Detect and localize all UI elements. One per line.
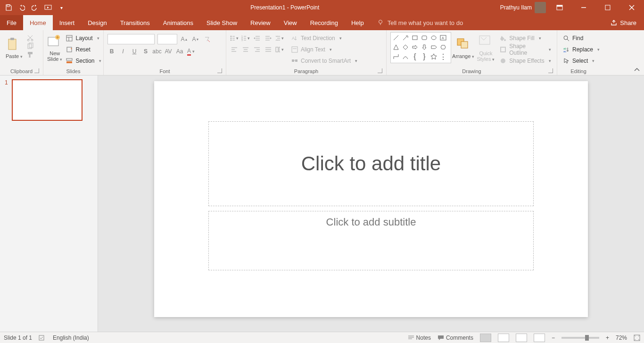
format-painter-icon[interactable]: [26, 51, 34, 59]
font-name-combo[interactable]: [107, 34, 155, 44]
reading-view-icon[interactable]: [516, 334, 527, 342]
text-shadow-icon[interactable]: abc: [153, 47, 161, 56]
thumbnail-preview[interactable]: [12, 79, 83, 121]
columns-icon[interactable]: [275, 45, 284, 54]
bullets-icon[interactable]: [230, 34, 239, 42]
decrease-indent-icon[interactable]: [253, 34, 261, 42]
font-color-icon[interactable]: A: [187, 47, 195, 56]
start-from-beginning-icon[interactable]: [44, 4, 52, 11]
tab-transitions[interactable]: Transitions: [114, 15, 157, 30]
line-spacing-icon[interactable]: [275, 34, 284, 42]
comments-button[interactable]: Comments: [438, 335, 473, 341]
slide[interactable]: Click to add title Click to add subtitle: [154, 81, 588, 317]
zoom-out-icon[interactable]: −: [552, 335, 555, 341]
clear-formatting-icon[interactable]: [203, 35, 211, 43]
paste-button[interactable]: Paste: [4, 32, 25, 64]
shape-connector-elbow-icon[interactable]: [392, 52, 400, 61]
slide-sorter-view-icon[interactable]: [498, 334, 509, 342]
shape-pentagon-icon[interactable]: [429, 43, 438, 51]
shape-fill-button[interactable]: Shape Fill: [498, 33, 553, 43]
align-right-icon[interactable]: [253, 45, 261, 54]
tell-me-search[interactable]: Tell me what you want to do: [371, 15, 470, 30]
user-avatar[interactable]: [535, 2, 546, 13]
arrange-button[interactable]: Arrange: [453, 32, 474, 64]
shape-roundrect-icon[interactable]: [420, 33, 429, 42]
convert-smartart-button[interactable]: Convert to SmartArt: [289, 56, 359, 66]
align-text-button[interactable]: Align Text: [289, 44, 359, 55]
reset-button[interactable]: Reset: [64, 44, 103, 55]
slide-counter[interactable]: Slide 1 of 1: [4, 335, 32, 341]
font-launcher-icon[interactable]: [217, 68, 222, 73]
copy-icon[interactable]: [26, 42, 34, 50]
tab-insert[interactable]: Insert: [53, 15, 82, 30]
justify-icon[interactable]: [264, 45, 272, 54]
tab-view[interactable]: View: [277, 15, 304, 30]
character-spacing-icon[interactable]: AV: [164, 47, 173, 56]
shape-arrow-right-icon[interactable]: [411, 43, 419, 51]
shape-brace-left-icon[interactable]: {: [411, 52, 419, 61]
tab-review[interactable]: Review: [244, 15, 277, 30]
numbering-icon[interactable]: 123: [241, 34, 250, 42]
close-button[interactable]: [621, 0, 642, 15]
tab-slideshow[interactable]: Slide Show: [200, 15, 244, 30]
tab-recording[interactable]: Recording: [304, 15, 345, 30]
tab-animations[interactable]: Animations: [157, 15, 200, 30]
underline-icon[interactable]: U: [130, 47, 139, 56]
layout-button[interactable]: Layout: [64, 33, 103, 43]
increase-font-icon[interactable]: A▲: [180, 35, 189, 43]
shape-effects-button[interactable]: Shape Effects: [498, 56, 553, 66]
user-name[interactable]: Prathyu Ilam: [500, 4, 532, 11]
redo-icon[interactable]: [31, 4, 39, 11]
fit-to-window-icon[interactable]: [634, 335, 640, 341]
ribbon-display-options-icon[interactable]: [549, 0, 570, 15]
font-size-combo[interactable]: [157, 34, 177, 44]
new-slide-button[interactable]: New Slide: [47, 32, 62, 64]
tab-help[interactable]: Help: [345, 15, 371, 30]
tab-design[interactable]: Design: [81, 15, 113, 30]
align-center-icon[interactable]: [241, 45, 250, 54]
select-button[interactable]: Select: [561, 56, 602, 66]
shape-star-icon[interactable]: [429, 52, 438, 61]
text-direction-button[interactable]: AText Direction: [289, 33, 359, 43]
find-button[interactable]: Find: [561, 33, 602, 43]
shape-outline-button[interactable]: Shape Outline: [498, 44, 553, 55]
slide-thumbnail-panel[interactable]: 1: [0, 75, 98, 332]
shape-oval-icon[interactable]: [429, 33, 438, 42]
share-button[interactable]: Share: [603, 15, 644, 30]
section-button[interactable]: Section: [64, 56, 103, 66]
shape-arrow-down-icon[interactable]: [420, 43, 429, 51]
shape-arrow-icon[interactable]: [401, 33, 410, 42]
subtitle-placeholder[interactable]: Click to add subtitle: [208, 211, 534, 270]
shapes-more-icon[interactable]: ⋮: [439, 52, 447, 61]
shape-hexagon-icon[interactable]: [439, 43, 447, 51]
change-case-icon[interactable]: Aa: [175, 47, 184, 56]
shape-triangle-icon[interactable]: [392, 43, 400, 51]
shape-textbox-icon[interactable]: A: [439, 33, 447, 42]
maximize-button[interactable]: [597, 0, 618, 15]
spell-check-icon[interactable]: [39, 335, 46, 341]
slide-canvas-area[interactable]: Click to add title Click to add subtitle: [98, 75, 644, 332]
collapse-ribbon-icon[interactable]: [634, 67, 640, 72]
tab-home[interactable]: Home: [23, 15, 53, 30]
bold-icon[interactable]: B: [107, 47, 116, 56]
strikethrough-icon[interactable]: S: [141, 47, 150, 56]
increase-indent-icon[interactable]: [264, 34, 272, 42]
thumbnail-slide-1[interactable]: 1: [5, 79, 93, 121]
tab-file[interactable]: File: [0, 15, 23, 30]
shape-curve-icon[interactable]: [401, 52, 410, 61]
zoom-slider[interactable]: [561, 337, 599, 339]
italic-icon[interactable]: I: [119, 47, 127, 56]
zoom-percent[interactable]: 72%: [616, 335, 627, 341]
decrease-font-icon[interactable]: A▼: [191, 35, 200, 43]
normal-view-icon[interactable]: [480, 334, 491, 342]
cut-icon[interactable]: [26, 34, 34, 42]
undo-icon[interactable]: [18, 4, 25, 11]
quick-styles-button[interactable]: Quick Styles: [476, 32, 496, 64]
replace-button[interactable]: abacReplace: [561, 44, 602, 55]
slideshow-view-icon[interactable]: [534, 334, 545, 342]
shape-brace-right-icon[interactable]: }: [420, 52, 429, 61]
notes-button[interactable]: Notes: [408, 335, 431, 341]
shape-rect-icon[interactable]: [411, 33, 419, 42]
zoom-in-icon[interactable]: +: [606, 335, 609, 341]
paragraph-launcher-icon[interactable]: [378, 68, 382, 73]
